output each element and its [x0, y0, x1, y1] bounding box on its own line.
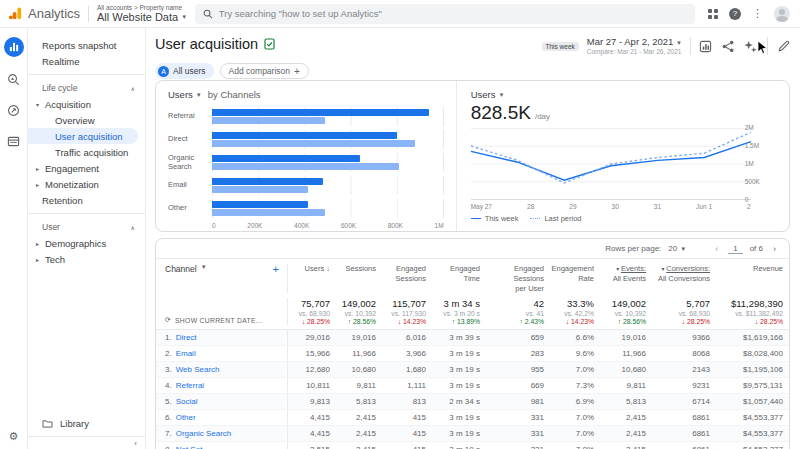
sidebar-item-realtime[interactable]: Realtime — [28, 53, 145, 69]
y-tick-label: 500K — [745, 178, 760, 185]
cell-events: 2,415 — [600, 413, 652, 422]
bar-pair — [212, 153, 444, 172]
channel-link[interactable]: Organic Search — [176, 429, 232, 438]
edit-pencil-icon[interactable] — [778, 40, 790, 52]
totals-vs: vs. 117,930 — [391, 310, 426, 317]
search-bar[interactable] — [195, 4, 695, 24]
sidebar-item-library[interactable]: Library — [42, 418, 89, 429]
line-chart — [471, 128, 751, 200]
bar-group-email: Email — [168, 176, 444, 195]
previous-page-icon[interactable]: ‹ — [712, 244, 721, 254]
x-tick-label: 2 — [747, 203, 751, 210]
sidebar-item-traffic-acquisition[interactable]: Traffic acquisition — [28, 144, 145, 160]
cell-sessions: 10,680 — [336, 365, 382, 374]
sidebar-item-acquisition[interactable]: ▾Acquisition — [28, 96, 145, 112]
chevron-down-icon: ▼ — [676, 40, 682, 46]
cell-revenue: $1,195,106 — [716, 365, 789, 374]
channel-link[interactable]: Social — [176, 397, 198, 406]
collapse-icon: ▾ — [36, 101, 41, 108]
all-users-chip[interactable]: A All users — [155, 63, 214, 79]
bar-category-label: Direct — [168, 135, 212, 144]
sidebar-item-label: Acquisition — [45, 99, 91, 110]
cell-eng_time: 2 m 34 s — [432, 397, 486, 406]
cell-conversions: 9231 — [652, 381, 716, 390]
sidebar-item-user-acquisition[interactable]: User acquisition — [28, 128, 138, 144]
admin-gear-icon[interactable]: ⚙ — [9, 430, 19, 443]
column-header-sessions[interactable]: Sessions — [336, 264, 382, 293]
column-header-eng_per_user[interactable]: Engaged Sessionsper User — [486, 264, 550, 293]
bar-chart-metric[interactable]: Users — [168, 89, 193, 100]
channel-link[interactable]: Other — [176, 413, 196, 422]
insights-icon[interactable] — [699, 40, 712, 53]
reports-nav-icon[interactable] — [4, 37, 24, 57]
table-row-not-set: 8.Not Set2,5152,4154153 m 19 s3317.0%2,4… — [156, 442, 789, 449]
collapse-section-icon[interactable]: ∧ — [131, 85, 135, 92]
rows-per-page-select[interactable]: 20▼ — [668, 244, 686, 253]
configure-nav-icon[interactable] — [5, 132, 23, 150]
channel-link[interactable]: Web Search — [176, 365, 220, 374]
column-header-eng_time[interactable]: EngagedTime — [432, 264, 486, 293]
table-totals-row: ⟳ SHOW CURRENT DATE... 75,707vs. 68,930↓… — [156, 293, 789, 330]
sidebar-item-demographics[interactable]: ▸Demographics — [28, 235, 145, 251]
expand-icon: ▸ — [36, 165, 41, 172]
main-content: User acquisition This week Mar 27 - Apr … — [146, 28, 800, 449]
search-input[interactable] — [219, 8, 687, 19]
section-label: Life cycle — [42, 83, 77, 93]
advertising-nav-icon[interactable] — [5, 101, 23, 119]
help-icon[interactable]: ? — [729, 8, 741, 20]
bar-pair — [212, 107, 444, 126]
bar-last-period — [212, 163, 399, 170]
add-comparison-chip[interactable]: Add comparison + — [220, 63, 309, 79]
column-header-users[interactable]: Users ↓ — [288, 264, 336, 293]
totals-value: 149,002 — [612, 298, 646, 309]
add-comparison-label: Add comparison — [229, 66, 290, 76]
sidebar-item-engagement[interactable]: ▸Engagement — [28, 160, 145, 176]
cell-eng_per_user: 331 — [486, 413, 550, 422]
totals-users: 75,707vs. 68,930↓ 28.25% — [288, 298, 336, 325]
report-file-icon[interactable] — [264, 38, 275, 50]
line-chart-metric[interactable]: Users — [471, 89, 496, 100]
bar-this-week — [212, 178, 323, 185]
date-range-picker[interactable]: Mar 27 - Apr 2, 2021 ▼ Compare: Mar 21 -… — [587, 36, 682, 56]
totals-change: ↓ 28.25% — [302, 318, 330, 325]
column-header-conversions[interactable]: ▾ Conversions:All Conversions — [652, 264, 716, 293]
channel-link[interactable]: Not Set — [176, 445, 203, 449]
channel-link[interactable]: Direct — [176, 333, 197, 342]
share-icon[interactable] — [722, 40, 734, 53]
sidebar-item-reports-snapshot[interactable]: Reports snapshot — [28, 37, 145, 53]
next-page-icon[interactable]: › — [770, 244, 779, 254]
sidebar-item-tech[interactable]: ▸Tech — [28, 251, 145, 267]
channel-link[interactable]: Referral — [176, 381, 204, 390]
cell-eng_rate: 7.3% — [550, 381, 600, 390]
column-header-channel[interactable]: Channel ▼ + — [156, 264, 288, 293]
add-dimension-icon[interactable]: + — [273, 264, 279, 275]
sidebar-item-overview[interactable]: Overview — [28, 112, 145, 128]
column-header-eng_sessions[interactable]: EngagedSessions — [382, 264, 432, 293]
apps-grid-icon[interactable] — [708, 9, 718, 19]
cell-eng_rate: 7.0% — [550, 445, 600, 449]
page-number-input[interactable]: 1 — [728, 244, 742, 254]
sidebar-item-monetization[interactable]: ▸Monetization — [28, 176, 145, 192]
user-avatar[interactable] — [774, 6, 790, 22]
analytics-logo[interactable]: Analytics — [8, 6, 80, 21]
channel-link[interactable]: Email — [176, 349, 196, 358]
column-header-events[interactable]: ▾ Events:All Events — [600, 264, 652, 293]
column-header-revenue[interactable]: Revenue — [716, 264, 789, 293]
collapse-section-icon[interactable]: ∧ — [131, 224, 135, 231]
collapse-sidebar-icon[interactable]: ‹ — [134, 439, 137, 448]
totals-sessions: 149,002vs. 10,392↑ 28.56% — [336, 298, 382, 325]
cell-eng_time: 3 m 19 s — [432, 365, 486, 374]
more-options-icon[interactable]: ⋮ — [752, 7, 763, 20]
y-tick-label: 1M — [745, 160, 754, 167]
intelligence-sparkle-icon[interactable] — [744, 40, 757, 53]
explore-nav-icon[interactable] — [5, 70, 23, 88]
cell-revenue: $9,575,131 — [716, 381, 789, 390]
sidebar-divider — [28, 74, 145, 75]
bar-category-label: Email — [168, 181, 212, 190]
show-current-date-button[interactable]: ⟳ SHOW CURRENT DATE... — [165, 316, 287, 324]
cell-eng_sessions: 3,966 — [382, 349, 432, 358]
sidebar-item-retention[interactable]: Retention — [28, 192, 145, 208]
property-selector[interactable]: All accounts > Property name All Website… — [97, 4, 187, 23]
column-header-eng_rate[interactable]: EngagementRate — [550, 264, 600, 293]
cell-eng_per_user: 981 — [486, 397, 550, 406]
